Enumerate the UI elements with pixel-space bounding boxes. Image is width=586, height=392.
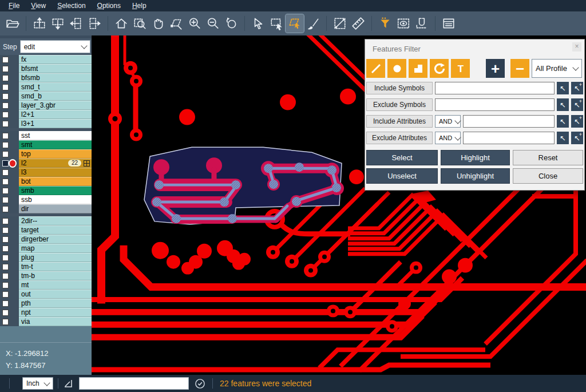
layer-row-l3+1[interactable]: l3+1	[0, 119, 92, 128]
pick-symbol-add-icon[interactable]: ↖+	[571, 82, 583, 94]
exclude-attributes-input[interactable]	[463, 132, 555, 144]
layer-row-top[interactable]: top	[0, 149, 92, 159]
include-attributes-input[interactable]	[463, 115, 555, 128]
layer-name-cell[interactable]: out	[19, 290, 92, 299]
dialog-close-button[interactable]: ×	[572, 42, 581, 52]
include-symbols-button[interactable]: Include Symbols	[366, 82, 433, 94]
layer-visibility-checkbox[interactable]	[2, 102, 9, 109]
features-filter-icon[interactable]	[376, 14, 394, 33]
pick-symbol-add-icon[interactable]: ↖+	[571, 98, 583, 111]
view-options-icon[interactable]	[394, 14, 413, 33]
pick-attribute-icon[interactable]: ↖	[557, 132, 569, 144]
layer-row-2dir--[interactable]: 2dir--	[0, 216, 92, 225]
layer-name-cell[interactable]: top	[19, 149, 92, 159]
filter-line-button[interactable]	[366, 59, 385, 78]
layer-name-cell[interactable]: dir	[19, 204, 92, 213]
filter-remove-button[interactable]: −	[510, 59, 529, 78]
exclude-attributes-and-select[interactable]: AND	[435, 132, 461, 144]
brush-icon[interactable]	[304, 14, 322, 33]
pick-attribute-add-icon[interactable]: ↖+	[571, 115, 583, 128]
layer-visibility-checkbox[interactable]	[2, 84, 9, 90]
layer-row-ssb[interactable]: ssb	[0, 195, 92, 204]
zoom-polygon-icon[interactable]	[167, 14, 185, 33]
layer-name-cell[interactable]: ssb	[19, 195, 92, 204]
layer-row-dirgerber[interactable]: dirgerber	[0, 235, 92, 244]
layer-row-l2[interactable]: l222	[0, 159, 92, 168]
pick-attribute-add-icon[interactable]: ↖+	[571, 132, 583, 144]
layer-visibility-checkbox[interactable]	[2, 319, 9, 325]
layer-row-dir[interactable]: dir	[0, 204, 92, 213]
pick-attribute-icon[interactable]: ↖	[557, 115, 569, 128]
layer-row-fx[interactable]: fx	[0, 55, 92, 64]
exclude-symbols-button[interactable]: Exclude Symbols	[366, 98, 433, 111]
layer-visibility-checkbox[interactable]	[2, 142, 9, 148]
step-select[interactable]: edit	[20, 40, 90, 53]
layer-visibility-checkbox[interactable]	[2, 218, 9, 224]
layer-visibility-checkbox[interactable]	[2, 179, 9, 185]
select-button[interactable]: Select	[366, 150, 438, 165]
snap-magnet-icon[interactable]	[413, 14, 431, 33]
layer-name-cell[interactable]: fx	[19, 55, 92, 64]
layer-row-smt[interactable]: smt	[0, 140, 92, 149]
layer-name-cell[interactable]: 2dir--	[19, 216, 92, 225]
layer-row-pth[interactable]: pth	[0, 299, 92, 308]
unhighlight-button[interactable]: Unhighlight	[441, 168, 510, 184]
filter-surface-button[interactable]	[409, 59, 427, 78]
menu-selection[interactable]: Selection	[52, 1, 90, 11]
filter-text-button[interactable]: T	[451, 59, 470, 78]
open-folder-icon[interactable]	[3, 14, 22, 33]
layer-name-cell[interactable]: target	[19, 225, 92, 235]
layer-visibility-checkbox[interactable]	[2, 75, 9, 81]
exclude-attributes-button[interactable]: Exclude Attributes	[366, 132, 433, 144]
layer-name-cell[interactable]: layer_3.gbr	[19, 101, 92, 110]
layer-visibility-checkbox[interactable]	[2, 291, 9, 298]
measure-line-icon[interactable]	[331, 14, 349, 33]
layer-name-cell[interactable]: l3+1	[19, 119, 92, 128]
pick-symbol-icon[interactable]: ↖	[557, 82, 569, 94]
include-attributes-and-select[interactable]: AND	[435, 115, 461, 128]
layer-visibility-checkbox[interactable]	[2, 188, 9, 194]
select-rectangle-icon[interactable]	[267, 14, 286, 33]
layer-visibility-checkbox[interactable]	[2, 121, 9, 127]
layer-name-cell[interactable]: l3	[19, 168, 92, 177]
menu-options[interactable]: Options	[92, 1, 126, 11]
layer-visibility-checkbox[interactable]	[2, 66, 9, 72]
layer-visibility-checkbox[interactable]	[2, 160, 9, 167]
units-select[interactable]: Inch	[22, 377, 53, 390]
layer-visibility-checkbox[interactable]	[2, 310, 9, 316]
layer-row-layer_3.gbr[interactable]: layer_3.gbr	[0, 101, 92, 110]
sync-icon[interactable]	[195, 378, 205, 389]
pan-left-icon[interactable]	[67, 14, 85, 33]
filter-add-button[interactable]: +	[486, 59, 505, 78]
layer-row-smd_b[interactable]: smd_b	[0, 92, 92, 101]
filter-arc-button[interactable]	[430, 59, 449, 78]
layer-name-cell[interactable]: smd_b	[19, 92, 92, 101]
layer-row-smd_t[interactable]: smd_t	[0, 82, 92, 92]
profile-select[interactable]: All Profile	[532, 59, 582, 78]
home-icon[interactable]	[112, 14, 130, 33]
layer-name-cell[interactable]: sst	[19, 131, 92, 140]
layer-name-cell[interactable]: map	[19, 244, 92, 253]
layer-name-cell[interactable]: via	[19, 317, 92, 326]
layer-row-target[interactable]: target	[0, 225, 92, 235]
layer-name-cell[interactable]: smd_t	[19, 82, 92, 92]
layer-row-bot[interactable]: bot	[0, 177, 92, 186]
layer-name-cell[interactable]: bot	[19, 177, 92, 186]
exclude-symbols-input[interactable]	[435, 98, 555, 111]
layer-row-map[interactable]: map	[0, 244, 92, 253]
layer-row-smb[interactable]: smb	[0, 186, 92, 195]
zoom-window-icon[interactable]	[130, 14, 149, 33]
layer-name-cell[interactable]: plug	[19, 253, 92, 262]
layer-row-l2+1[interactable]: l2+1	[0, 110, 92, 119]
layer-name-cell[interactable]: l222	[19, 159, 92, 168]
pick-symbol-icon[interactable]: ↖	[557, 98, 569, 111]
command-input[interactable]	[79, 377, 189, 390]
unselect-button[interactable]: Unselect	[366, 168, 438, 184]
menu-file[interactable]: File	[3, 1, 25, 11]
layer-visibility-checkbox[interactable]	[2, 169, 9, 176]
layer-row-l3[interactable]: l3	[0, 168, 92, 177]
layer-name-cell[interactable]: npt	[19, 308, 92, 317]
layer-visibility-checkbox[interactable]	[2, 93, 9, 100]
ruler-icon[interactable]	[349, 14, 367, 33]
layer-name-cell[interactable]: mt	[19, 280, 92, 290]
